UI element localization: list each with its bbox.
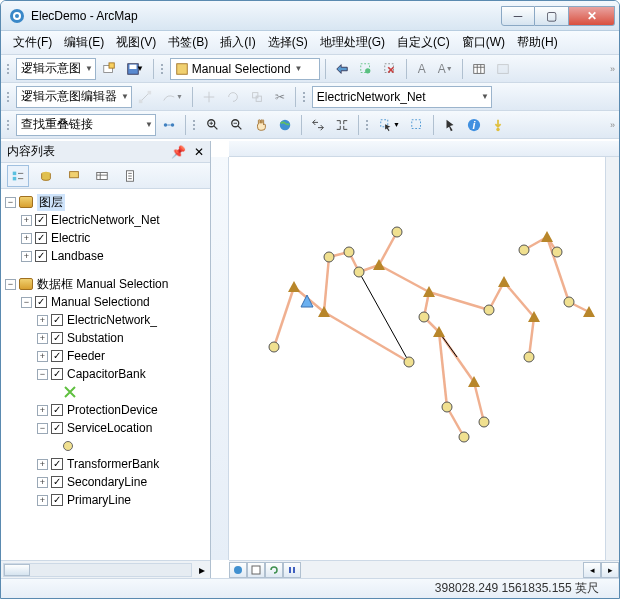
- checkbox[interactable]: [51, 368, 63, 380]
- tree-node[interactable]: +TransformerBank: [5, 455, 210, 473]
- svg-rect-11: [474, 64, 485, 73]
- pointer-icon[interactable]: [439, 114, 461, 136]
- svg-marker-67: [423, 286, 435, 297]
- tree-node[interactable]: −CapacitorBank: [5, 365, 210, 383]
- toolbar-grip[interactable]: [5, 115, 11, 135]
- schematic-label: 逻辑示意图: [21, 60, 81, 77]
- tree-node-layers[interactable]: −图层: [5, 193, 210, 211]
- tree-node[interactable]: +Landbase: [5, 247, 210, 265]
- menu-windows[interactable]: 窗口(W): [456, 31, 511, 54]
- checkbox[interactable]: [51, 422, 63, 434]
- layout-view-button[interactable]: [247, 562, 265, 578]
- find-connected-icon[interactable]: [158, 114, 180, 136]
- refresh-button[interactable]: [265, 562, 283, 578]
- find-overlap-dropdown[interactable]: 查找重叠链接▼: [16, 114, 156, 136]
- menu-bookmarks[interactable]: 书签(B): [162, 31, 214, 54]
- toolbar-grip[interactable]: [5, 87, 11, 107]
- toolbar-grip[interactable]: [159, 59, 165, 79]
- select-elements-icon[interactable]: ▼: [375, 114, 404, 136]
- list-by-visibility-icon[interactable]: [63, 165, 85, 187]
- tree-node[interactable]: +Feeder: [5, 347, 210, 365]
- close-button[interactable]: ✕: [569, 6, 615, 26]
- menu-insert[interactable]: 插入(I): [214, 31, 261, 54]
- save-schematic-icon[interactable]: ▼: [122, 58, 148, 80]
- checkbox[interactable]: [51, 350, 63, 362]
- new-schematic-icon[interactable]: [98, 58, 120, 80]
- layer-label: Feeder: [67, 349, 105, 363]
- checkbox[interactable]: [51, 404, 63, 416]
- toolbar-grip[interactable]: [191, 115, 197, 135]
- map-canvas[interactable]: [229, 157, 605, 560]
- maximize-button[interactable]: ▢: [535, 6, 569, 26]
- checkbox[interactable]: [35, 214, 47, 226]
- checkbox[interactable]: [51, 494, 63, 506]
- toolbar-grip[interactable]: [364, 115, 370, 135]
- svg-point-74: [484, 305, 494, 315]
- tree-node[interactable]: +Substation: [5, 329, 210, 347]
- scroll-right-button[interactable]: ▸: [601, 562, 619, 578]
- attribute-table-icon[interactable]: [468, 58, 490, 80]
- prev-extent-icon[interactable]: [307, 114, 329, 136]
- svg-point-70: [442, 402, 452, 412]
- checkbox[interactable]: [51, 332, 63, 344]
- minimize-button[interactable]: ─: [501, 6, 535, 26]
- menu-selection[interactable]: 选择(S): [262, 31, 314, 54]
- close-panel-icon[interactable]: ✕: [194, 145, 204, 159]
- select-features-icon[interactable]: [355, 58, 377, 80]
- editor-dropdown[interactable]: 逻辑示意图编辑器▼: [16, 86, 132, 108]
- map-vscrollbar[interactable]: [605, 157, 619, 560]
- tree-node[interactable]: +ElectricNetwork_Net: [5, 211, 210, 229]
- map-hscrollbar[interactable]: ◂ ▸: [229, 560, 619, 578]
- toc-tree[interactable]: −图层 +ElectricNetwork_Net +Electric +Land…: [1, 189, 210, 560]
- menu-customize[interactable]: 自定义(C): [391, 31, 456, 54]
- tree-node[interactable]: +ProtectionDevice: [5, 401, 210, 419]
- identify-icon[interactable]: i: [463, 114, 485, 136]
- toc-hscrollbar[interactable]: ◂ ▸: [1, 560, 210, 578]
- menu-geoprocessing[interactable]: 地理处理(G): [314, 31, 391, 54]
- pause-button[interactable]: [283, 562, 301, 578]
- zoom-out-icon[interactable]: [226, 114, 248, 136]
- checkbox[interactable]: [35, 232, 47, 244]
- next-extent-icon[interactable]: [331, 114, 353, 136]
- toolbar-grip[interactable]: [5, 59, 11, 79]
- toolbar-grip[interactable]: [301, 87, 307, 107]
- checkbox[interactable]: [51, 458, 63, 470]
- checkbox[interactable]: [35, 250, 47, 262]
- svg-rect-87: [293, 567, 295, 573]
- hyperlink-icon[interactable]: [487, 114, 509, 136]
- tree-node-manual-frame[interactable]: −数据框 Manual Selection: [5, 275, 210, 293]
- list-by-selection-icon[interactable]: [91, 165, 113, 187]
- checkbox[interactable]: [51, 314, 63, 326]
- map-view[interactable]: ◂ ▸: [211, 141, 619, 578]
- tree-node[interactable]: +Electric: [5, 229, 210, 247]
- menu-edit[interactable]: 编辑(E): [58, 31, 110, 54]
- clear-selection-icon[interactable]: [379, 58, 401, 80]
- list-by-source-icon[interactable]: [35, 165, 57, 187]
- manual-selection-dropdown[interactable]: Manual Selectiond▼: [170, 58, 320, 80]
- propagate-icon[interactable]: [331, 58, 353, 80]
- tree-node[interactable]: +SecondaryLine: [5, 473, 210, 491]
- tree-node[interactable]: −ServiceLocation: [5, 419, 210, 437]
- checkbox[interactable]: [35, 296, 47, 308]
- pan-icon[interactable]: [250, 114, 272, 136]
- checkbox[interactable]: [51, 476, 63, 488]
- network-dropdown[interactable]: ElectricNetwork_Net▼: [312, 86, 492, 108]
- pin-icon[interactable]: 📌: [171, 145, 186, 159]
- tree-node[interactable]: +PrimaryLine: [5, 491, 210, 509]
- zoom-in-icon[interactable]: [202, 114, 224, 136]
- svg-point-9: [365, 68, 370, 73]
- svg-line-50: [504, 282, 534, 317]
- data-view-button[interactable]: [229, 562, 247, 578]
- full-extent-icon[interactable]: [274, 114, 296, 136]
- clear-selected-icon[interactable]: [406, 114, 428, 136]
- list-drawing-order-icon[interactable]: [7, 165, 29, 187]
- tree-node[interactable]: +ElectricNetwork_: [5, 311, 210, 329]
- schematic-dropdown[interactable]: 逻辑示意图▼: [16, 58, 96, 80]
- tree-node[interactable]: −Manual Selectiond: [5, 293, 210, 311]
- svg-point-71: [459, 432, 469, 442]
- options-icon[interactable]: [119, 165, 141, 187]
- menu-view[interactable]: 视图(V): [110, 31, 162, 54]
- menu-file[interactable]: 文件(F): [7, 31, 58, 54]
- menu-help[interactable]: 帮助(H): [511, 31, 564, 54]
- scroll-left-button[interactable]: ◂: [583, 562, 601, 578]
